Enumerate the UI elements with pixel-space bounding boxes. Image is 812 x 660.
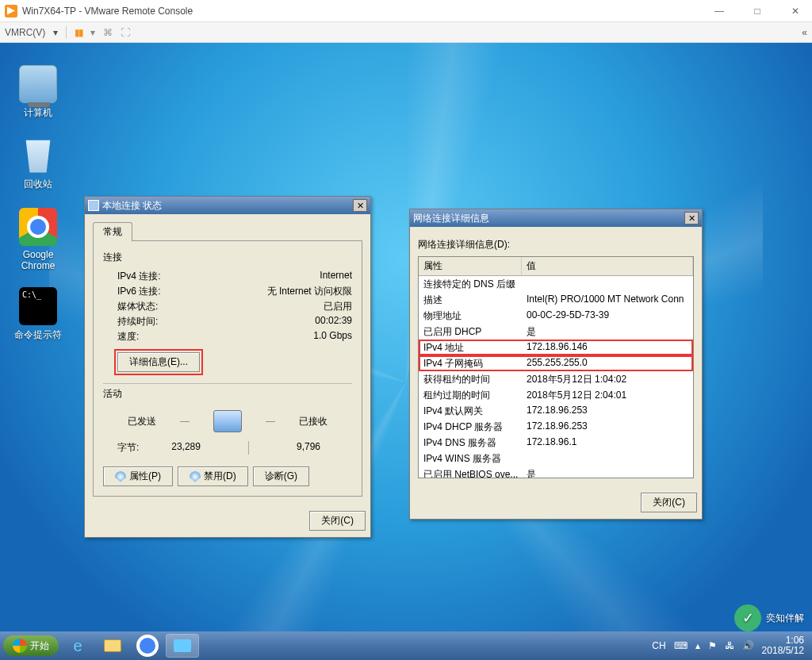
details-close-icon[interactable]: ✕ — [684, 212, 699, 224]
cmd-label: 命令提示符 — [10, 328, 67, 342]
details-title: 网络连接详细信息 — [413, 212, 489, 225]
fullscreen-icon[interactable]: ⛶ — [121, 27, 130, 38]
table-row[interactable]: 已启用 NetBIOS ove...是 — [419, 466, 693, 478]
cell-property: IPv4 子网掩码 — [419, 355, 522, 371]
desktop-icon-computer[interactable]: 计算机 — [10, 65, 67, 120]
taskbar-ie[interactable]: e — [62, 635, 94, 657]
details-table: 属性 值 连接特定的 DNS 后缀描述Intel(R) PRO/1000 MT … — [418, 256, 694, 478]
cell-value — [522, 451, 693, 466]
start-button[interactable]: 开始 — [3, 635, 59, 656]
tab-general[interactable]: 常规 — [93, 222, 132, 241]
vmware-toolbar: VMRC(V) ▾ ▮▮ ▾ ⌘ ⛶ « — [0, 22, 812, 43]
ipv6-value: 无 Internet 访问权限 — [267, 285, 352, 298]
cell-property: 连接特定的 DNS 后缀 — [419, 276, 522, 292]
taskbar-chrome[interactable] — [132, 635, 163, 657]
speed-value: 1.0 Gbps — [313, 330, 352, 343]
table-row[interactable]: 获得租约的时间2018年5月12日 1:04:02 — [419, 371, 693, 387]
media-label: 媒体状态: — [117, 300, 158, 313]
details-button[interactable]: 详细信息(E)... — [117, 352, 200, 372]
guest-desktop[interactable]: 计算机 回收站 Google Chrome 命令提示符 本地连接 状态 ✕ 常规… — [0, 43, 812, 660]
status-title-icon — [88, 200, 99, 211]
sent-label: 已发送 — [128, 415, 156, 428]
tray-chevron-icon[interactable]: ▴ — [695, 640, 700, 651]
cell-property: IPv4 默认网关 — [419, 403, 522, 419]
taskbar-explorer[interactable] — [97, 635, 128, 657]
status-close-button[interactable]: 关闭(C) — [309, 511, 366, 531]
desktop-icon-recycle[interactable]: 回收站 — [10, 136, 67, 191]
cell-property: 物理地址 — [419, 308, 522, 324]
system-tray: CH ⌨ ▴ ⚑ 🖧 🔊 1:06 2018/5/12 — [652, 635, 809, 656]
status-titlebar[interactable]: 本地连接 状态 ✕ — [85, 197, 370, 214]
chrome-label1: Google — [10, 249, 67, 260]
tray-flag-icon[interactable]: ⚑ — [708, 640, 717, 651]
pause-icon[interactable]: ▮▮ — [75, 27, 82, 38]
tray-network-icon[interactable]: 🖧 — [725, 640, 734, 651]
ipv4-label: IPv4 连接: — [117, 270, 161, 283]
collapse-toolbar-icon[interactable]: « — [802, 27, 807, 38]
taskbar-network[interactable] — [167, 635, 198, 657]
details-titlebar[interactable]: 网络连接详细信息 ✕ — [410, 209, 702, 227]
cell-value: 255.255.255.0 — [522, 355, 693, 371]
properties-button[interactable]: 属性(P) — [103, 466, 173, 486]
start-label: 开始 — [30, 639, 49, 653]
cell-value: 172.18.96.253 — [522, 403, 693, 419]
col-property[interactable]: 属性 — [419, 257, 522, 275]
toolbar-separator — [66, 26, 67, 39]
tray-sound-icon[interactable]: 🔊 — [742, 640, 754, 651]
pause-chevron[interactable]: ▾ — [90, 27, 95, 38]
table-row[interactable]: 已启用 DHCP是 — [419, 324, 693, 340]
table-row[interactable]: IPv4 地址172.18.96.146 — [419, 340, 693, 355]
table-row[interactable]: 描述Intel(R) PRO/1000 MT Network Conn — [419, 292, 693, 308]
shield-icon — [190, 471, 201, 482]
table-row[interactable]: IPv4 WINS 服务器 — [419, 451, 693, 466]
desktop-icon-cmd[interactable]: 命令提示符 — [10, 287, 67, 342]
tray-clock[interactable]: 1:06 2018/5/12 — [762, 635, 804, 656]
diagnose-button[interactable]: 诊断(G) — [253, 466, 309, 486]
duration-value: 00:02:39 — [315, 315, 352, 328]
tray-keyboard-icon[interactable]: ⌨ — [674, 640, 688, 651]
tray-lang[interactable]: CH — [652, 640, 665, 651]
ipv6-label: IPv6 连接: — [117, 285, 161, 298]
cell-property: 描述 — [419, 292, 522, 308]
recycle-icon — [19, 136, 57, 175]
recycle-label: 回收站 — [10, 178, 67, 191]
cell-value: 是 — [522, 466, 693, 478]
cell-value: 172.18.96.146 — [522, 340, 693, 355]
disable-button[interactable]: 禁用(D) — [178, 466, 248, 486]
cell-property: 获得租约的时间 — [419, 371, 522, 387]
send-cad-icon[interactable]: ⌘ — [103, 27, 113, 38]
watermark-text: 奕知伴解 — [766, 612, 804, 625]
watermark: ✓ 奕知伴解 — [734, 604, 804, 631]
vmrc-menu[interactable]: VMRC(V) — [5, 27, 45, 38]
duration-label: 持续时间: — [117, 315, 158, 328]
status-panel: 连接 IPv4 连接:Internet IPv6 连接:无 Internet 访… — [93, 240, 362, 497]
table-row[interactable]: 物理地址00-0C-29-5D-73-39 — [419, 308, 693, 324]
chrome-icon — [19, 208, 57, 246]
table-row[interactable]: IPv4 默认网关172.18.96.253 — [419, 403, 693, 419]
desktop-icon-chrome[interactable]: Google Chrome — [10, 208, 67, 271]
shield-icon — [115, 471, 126, 482]
recv-label: 已接收 — [299, 415, 327, 428]
status-close-icon[interactable]: ✕ — [353, 199, 367, 212]
dialog-connection-details: 网络连接详细信息 ✕ 网络连接详细信息(D): 属性 值 连接特定的 DNS 后… — [409, 209, 703, 520]
cmd-icon — [19, 287, 57, 325]
table-row[interactable]: 连接特定的 DNS 后缀 — [419, 276, 693, 292]
table-row[interactable]: IPv4 DHCP 服务器172.18.96.253 — [419, 419, 693, 435]
maximize-button[interactable]: □ — [745, 6, 769, 17]
minimize-button[interactable]: — — [707, 6, 731, 17]
cell-property: IPv4 DNS 服务器 — [419, 435, 522, 451]
cell-value: 172.18.96.253 — [522, 419, 693, 435]
table-row[interactable]: 租约过期的时间2018年5月12日 2:04:01 — [419, 387, 693, 403]
computer-icon — [19, 65, 57, 103]
table-row[interactable]: IPv4 DNS 服务器172.18.96.1 — [419, 435, 693, 451]
col-value[interactable]: 值 — [522, 257, 693, 275]
ipv4-value: Internet — [320, 270, 352, 283]
close-button[interactable]: ✕ — [783, 6, 807, 17]
vmrc-menu-chevron[interactable]: ▾ — [53, 27, 58, 38]
bytes-sent: 23,289 — [171, 441, 201, 455]
details-close-button[interactable]: 关闭(C) — [641, 493, 697, 512]
cell-property: 已启用 NetBIOS ove... — [419, 466, 522, 478]
table-row[interactable]: IPv4 子网掩码255.255.255.0 — [419, 355, 693, 371]
cell-value — [522, 276, 693, 292]
wechat-icon: ✓ — [734, 604, 761, 631]
